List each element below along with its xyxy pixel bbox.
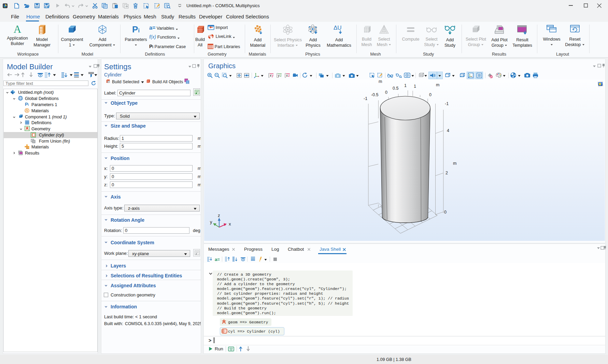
svg-text:-0.5: -0.5 xyxy=(371,92,379,97)
svg-text:0.5: 0.5 xyxy=(393,86,398,91)
svg-text:y: y xyxy=(210,219,212,224)
svg-text:-1: -1 xyxy=(364,96,367,101)
svg-text:1: 1 xyxy=(404,83,407,88)
svg-text:m: m xyxy=(436,83,439,87)
svg-text:0: 0 xyxy=(444,210,447,215)
svg-text:x: x xyxy=(270,74,271,77)
svg-text:2: 2 xyxy=(446,171,448,175)
svg-text:z: z xyxy=(288,74,290,77)
svg-text:x: x xyxy=(229,221,231,227)
svg-text:y: y xyxy=(278,74,280,77)
svg-text:m: m xyxy=(453,161,456,166)
svg-text:y: y xyxy=(272,74,273,77)
svg-text:0: 0 xyxy=(429,92,432,97)
svg-text:z: z xyxy=(280,74,282,77)
svg-text:1: 1 xyxy=(414,84,416,89)
svg-text:z: z xyxy=(218,213,220,218)
svg-text:4: 4 xyxy=(447,128,449,133)
svg-text:0: 0 xyxy=(385,90,387,95)
svg-text:-1: -1 xyxy=(445,101,449,106)
svg-text:ΔU: ΔU xyxy=(334,25,342,31)
svg-text:x: x xyxy=(286,74,288,77)
svg-text:m: m xyxy=(379,79,382,84)
